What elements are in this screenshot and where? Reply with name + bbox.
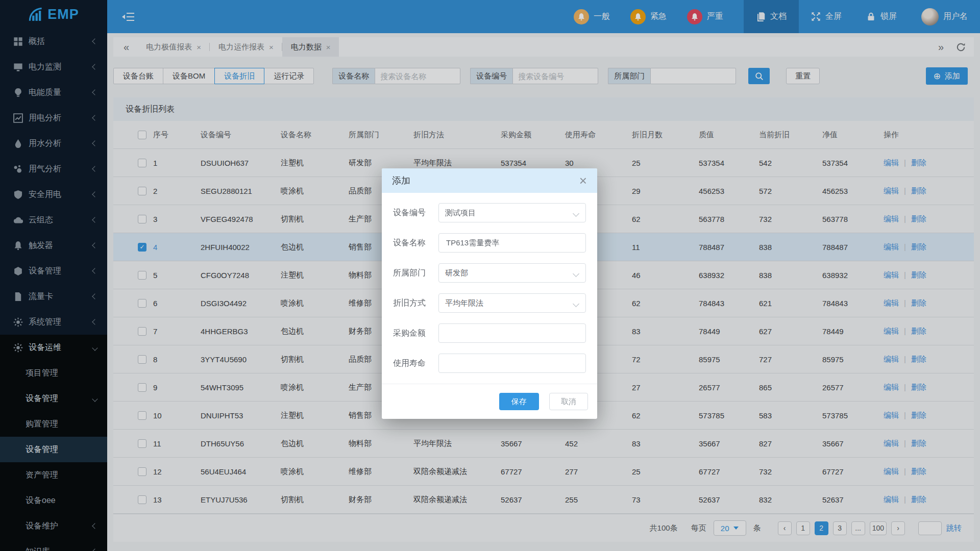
depreciation-method-select[interactable]: 平均年限法 <box>438 293 586 313</box>
select-value: 研发部 <box>445 268 468 278</box>
purchase-amount-input[interactable] <box>438 323 586 343</box>
modal-field-使用寿命: 使用寿命 <box>393 354 586 373</box>
modal-field-label: 使用寿命 <box>393 358 427 369</box>
chevron-down-icon <box>573 270 579 277</box>
department-select[interactable]: 研发部 <box>438 263 586 283</box>
modal-field-设备编号: 设备编号测试项目 <box>393 203 586 222</box>
select-value: 平均年限法 <box>445 298 483 308</box>
close-icon[interactable]: × <box>579 176 587 186</box>
chevron-down-icon <box>573 210 579 217</box>
add-modal: 添加 × 设备编号测试项目设备名称所属部门研发部折旧方式平均年限法采购金额使用寿… <box>382 168 597 419</box>
modal-title: 添加 <box>392 174 410 187</box>
modal-field-采购金额: 采购金额 <box>393 323 586 343</box>
modal-field-label: 折旧方式 <box>393 298 427 309</box>
modal-field-折旧方式: 折旧方式平均年限法 <box>393 293 586 313</box>
select-value: 测试项目 <box>445 208 476 218</box>
modal-field-label: 设备名称 <box>393 238 427 248</box>
modal-field-label: 采购金额 <box>393 328 427 339</box>
cancel-button[interactable]: 取消 <box>549 393 588 410</box>
modal-footer: 保存 取消 <box>382 384 597 419</box>
modal-header: 添加 × <box>382 168 597 193</box>
device-code-select[interactable]: 测试项目 <box>438 203 586 222</box>
modal-input[interactable] <box>445 238 579 248</box>
service-life-input[interactable] <box>438 354 586 373</box>
modal-field-label: 所属部门 <box>393 268 427 279</box>
modal-field-label: 设备编号 <box>393 208 427 218</box>
save-button[interactable]: 保存 <box>499 393 539 410</box>
modal-input[interactable] <box>445 329 579 338</box>
device-name-input[interactable] <box>438 233 586 253</box>
modal-body: 设备编号测试项目设备名称所属部门研发部折旧方式平均年限法采购金额使用寿命 <box>382 193 597 373</box>
chevron-down-icon <box>573 300 579 307</box>
modal-input[interactable] <box>445 359 579 368</box>
modal-field-所属部门: 所属部门研发部 <box>393 263 586 283</box>
modal-field-设备名称: 设备名称 <box>393 233 586 253</box>
